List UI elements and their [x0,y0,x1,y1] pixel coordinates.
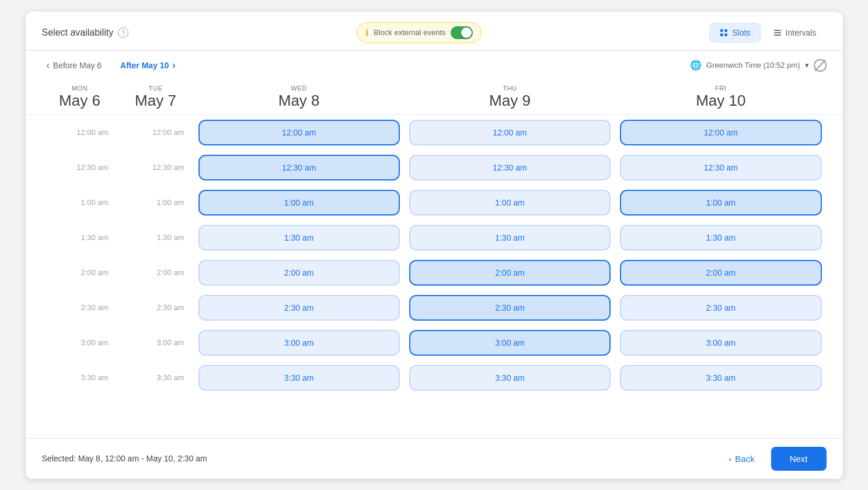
slot-button-fri[interactable]: 1:30 am [620,225,821,251]
slot-cell-wed: 3:30 am [194,363,405,393]
slot-button-thu[interactable]: 1:30 am [409,225,611,251]
slot-cell-wed: 3:00 am [194,328,405,358]
day-name: MON [42,85,118,92]
svg-rect-4 [774,30,781,31]
day-header-mon: MON May 6 [42,80,118,114]
nav-row: ‹ Before May 6 After May 10 › 🌐 Greenwic… [26,51,843,80]
day-header-wed: WED May 8 [194,80,405,114]
time-label-tue: 1:00 am [118,198,194,207]
tab-slots[interactable]: Slots [709,23,760,43]
slot-cell-fri: 2:30 am [615,293,826,323]
time-label-mon: 2:30 am [42,303,118,312]
footer: Selected: May 8, 12:00 am - May 10, 2:30… [26,438,843,479]
time-label-mon: 3:30 am [42,373,118,382]
svg-rect-2 [720,33,723,36]
slot-button-wed[interactable]: 12:00 am [198,120,400,145]
slot-button-wed[interactable]: 2:00 am [198,260,400,286]
intervals-icon [773,28,782,37]
info-icon: ℹ [365,27,369,38]
time-label-tue: 12:30 am [118,163,194,172]
day-name: THU [405,85,615,92]
prev-label: Before May 6 [53,61,102,70]
slot-button-wed[interactable]: 1:00 am [198,190,400,216]
day-name: WED [194,85,405,92]
time-row: 12:30 am12:30 am12:30 am12:30 am12:30 am [42,150,827,185]
intervals-tab-label: Intervals [786,28,817,37]
time-label-tue: 3:00 am [118,338,194,347]
no-availability-icon[interactable] [814,59,827,72]
slot-button-thu[interactable]: 2:00 am [409,260,611,286]
day-date: May 10 [615,92,826,110]
slot-button-fri[interactable]: 3:30 am [620,365,821,391]
slot-cell-fri: 1:30 am [615,223,826,253]
help-icon[interactable]: ? [118,27,128,38]
next-button[interactable]: Next [771,447,827,471]
slots-tab-label: Slots [732,28,750,37]
slot-button-thu[interactable]: 3:30 am [409,365,611,391]
slots-container[interactable]: 12:00 am12:00 am12:00 am12:00 am12:00 am… [26,115,843,438]
slot-button-fri[interactable]: 1:00 am [620,190,821,216]
day-name: TUE [118,85,194,92]
slot-cell-wed: 1:30 am [194,223,405,253]
slot-cell-fri: 2:00 am [615,258,826,288]
tab-intervals[interactable]: Intervals [763,23,827,43]
slot-button-wed[interactable]: 2:30 am [198,295,400,321]
slot-cell-thu: 2:30 am [405,293,615,323]
page-title: Select availability [42,27,114,38]
svg-rect-6 [774,34,781,36]
block-events-label: Block external events [374,28,446,37]
slot-cell-thu: 2:00 am [405,258,615,288]
header: Select availability ? ℹ Block external e… [26,12,843,51]
day-headers: MON May 6 TUE May 7 WED May 8 THU May 9 … [26,80,843,115]
slot-cell-thu: 1:00 am [405,187,615,218]
time-label-mon: 12:30 am [42,163,118,172]
block-events-badge: ℹ Block external events [357,22,482,43]
slot-button-wed[interactable]: 3:00 am [198,330,400,356]
time-label-tue: 1:30 am [118,233,194,242]
slot-button-thu[interactable]: 12:00 am [409,120,611,145]
slot-button-thu[interactable]: 1:00 am [409,190,611,216]
day-date: May 6 [42,92,118,110]
slot-button-fri[interactable]: 2:00 am [620,260,821,286]
slot-button-wed[interactable]: 12:30 am [198,155,400,180]
view-tabs: Slots Intervals [709,23,826,43]
slot-cell-wed: 1:00 am [194,187,405,218]
svg-rect-5 [774,32,781,33]
slot-cell-wed: 12:00 am [194,117,405,148]
slot-cell-thu: 12:00 am [405,117,615,148]
slot-button-wed[interactable]: 1:30 am [198,225,400,251]
slot-button-thu[interactable]: 3:00 am [409,330,611,356]
day-header-tue: TUE May 7 [118,80,194,114]
slot-cell-fri: 3:30 am [615,363,826,393]
time-label-mon: 12:00 am [42,128,118,137]
back-button[interactable]: ‹ Back [719,448,764,470]
time-label-mon: 3:00 am [42,338,118,347]
chevron-left-icon: ‹ [47,60,50,71]
time-row: 1:00 am1:00 am1:00 am1:00 am1:00 am [42,185,827,220]
slot-cell-fri: 3:00 am [615,328,826,358]
slot-button-fri[interactable]: 2:30 am [620,295,821,321]
slot-cell-thu: 3:30 am [405,363,615,393]
svg-rect-3 [725,33,728,36]
day-header-fri: FRI May 10 [615,80,826,114]
next-nav-btn[interactable]: After May 10 › [116,58,180,73]
slot-button-fri[interactable]: 12:30 am [620,155,821,180]
timezone-section[interactable]: 🌐 Greenwich Time (10:52 pm) ▾ [690,59,826,72]
slot-button-thu[interactable]: 12:30 am [409,155,611,180]
timezone-label: Greenwich Time (10:52 pm) [706,61,800,69]
slot-button-fri[interactable]: 3:00 am [620,330,821,356]
time-label-mon: 1:30 am [42,233,118,242]
time-row: 2:30 am2:30 am2:30 am2:30 am2:30 am [42,290,827,325]
slot-cell-fri: 12:00 am [615,117,826,148]
day-header-thu: THU May 9 [405,80,615,114]
slots-icon [719,28,728,37]
slot-cell-fri: 12:30 am [615,152,826,183]
block-events-toggle[interactable] [451,26,473,39]
svg-rect-0 [720,29,723,32]
slot-button-thu[interactable]: 2:30 am [409,295,611,321]
slot-button-wed[interactable]: 3:30 am [198,365,400,391]
prev-nav-btn[interactable]: ‹ Before May 6 [42,58,107,73]
slot-cell-fri: 1:00 am [615,187,826,218]
slot-button-fri[interactable]: 12:00 am [620,120,821,145]
date-nav: ‹ Before May 6 After May 10 › [42,58,180,73]
